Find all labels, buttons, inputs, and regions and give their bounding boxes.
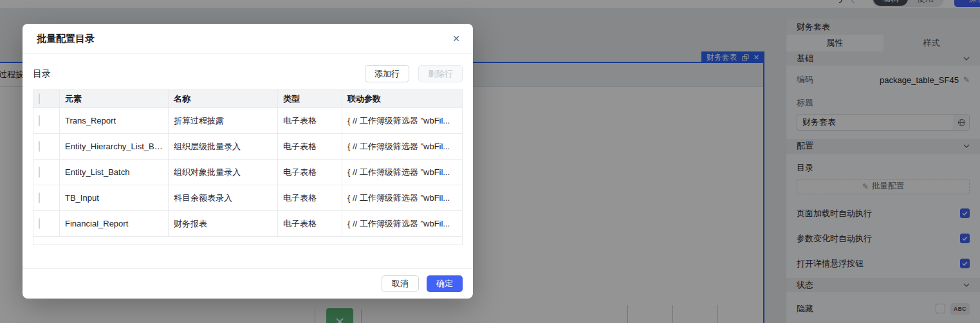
select-all-checkbox[interactable]	[39, 93, 40, 104]
cancel-button[interactable]: 取消	[382, 275, 419, 292]
modal-header: 批量配置目录 ✕	[23, 24, 473, 54]
cell-name[interactable]: 组织对象批量录入	[169, 160, 278, 185]
table-row: Trans_Report 折算过程披露 电子表格 { // 工作簿级筛选器 "w…	[33, 108, 463, 134]
cell-name[interactable]: 折算过程披露	[169, 108, 278, 134]
table-header-row: 元素 名称 类型 联动参数	[33, 90, 463, 108]
modal-toolbar: 目录 添加行 删除行	[33, 65, 463, 82]
cell-element[interactable]: Entity_Hierarchy_List_Ba...	[60, 134, 169, 160]
cell-params[interactable]: { // 工作簿级筛选器 "wbFil...	[342, 108, 463, 134]
col-type: 类型	[278, 90, 342, 108]
close-icon[interactable]: ✕	[450, 32, 463, 45]
cell-type: 电子表格	[278, 134, 342, 160]
batch-config-modal: 批量配置目录 ✕ 目录 添加行 删除行 元素 名称 类型 联动	[23, 24, 473, 299]
ok-button[interactable]: 确定	[427, 275, 463, 292]
modal-title: 批量配置目录	[37, 33, 95, 45]
app-root: 编辑 使用 保存 财务套表 ✕ 过程披	[0, 0, 980, 323]
cell-name[interactable]: 组织层级批量录入	[169, 134, 278, 160]
col-params: 联动参数	[342, 90, 463, 108]
cell-type: 电子表格	[278, 185, 342, 211]
table-row: Entity_Hierarchy_List_Ba... 组织层级批量录入 电子表…	[33, 134, 463, 160]
table-empty-row	[33, 237, 463, 245]
directory-table: 元素 名称 类型 联动参数 Trans_Report 折算过程披露 电子表格 {…	[33, 89, 463, 245]
col-name: 名称	[169, 90, 278, 108]
row-checkbox[interactable]	[39, 167, 40, 178]
table-row: Financial_Report 财务报表 电子表格 { // 工作簿级筛选器 …	[33, 211, 463, 237]
row-checkbox[interactable]	[39, 141, 40, 152]
cell-type: 电子表格	[278, 211, 342, 237]
row-checkbox[interactable]	[39, 218, 40, 229]
modal-footer: 取消 确定	[23, 268, 473, 299]
col-element: 元素	[60, 90, 169, 108]
cell-name[interactable]: 科目余额表录入	[169, 185, 278, 211]
modal-body: 目录 添加行 删除行 元素 名称 类型 联动参数	[23, 54, 473, 268]
cell-element[interactable]: TB_Input	[60, 185, 169, 211]
row-checkbox[interactable]	[39, 192, 40, 203]
cell-element[interactable]: Financial_Report	[60, 211, 169, 237]
add-row-button[interactable]: 添加行	[365, 65, 409, 82]
row-checkbox[interactable]	[39, 115, 40, 126]
cell-element[interactable]: Trans_Report	[60, 108, 169, 134]
cell-element[interactable]: Entity_List_Batch	[60, 160, 169, 185]
cell-params[interactable]: { // 工作簿级筛选器 "wbFil...	[342, 211, 463, 237]
cell-params[interactable]: { // 工作簿级筛选器 "wbFil...	[342, 185, 463, 211]
table-row: TB_Input 科目余额表录入 电子表格 { // 工作簿级筛选器 "wbFi…	[33, 185, 463, 211]
directory-list-label: 目录	[33, 68, 51, 80]
cell-type: 电子表格	[278, 108, 342, 134]
cell-name[interactable]: 财务报表	[169, 211, 278, 237]
cell-params[interactable]: { // 工作簿级筛选器 "wbFil...	[342, 134, 463, 160]
cell-type: 电子表格	[278, 160, 342, 185]
table-row: Entity_List_Batch 组织对象批量录入 电子表格 { // 工作簿…	[33, 160, 463, 185]
delete-row-button[interactable]: 删除行	[418, 65, 463, 82]
cell-params[interactable]: { // 工作簿级筛选器 "wbFil...	[342, 160, 463, 185]
